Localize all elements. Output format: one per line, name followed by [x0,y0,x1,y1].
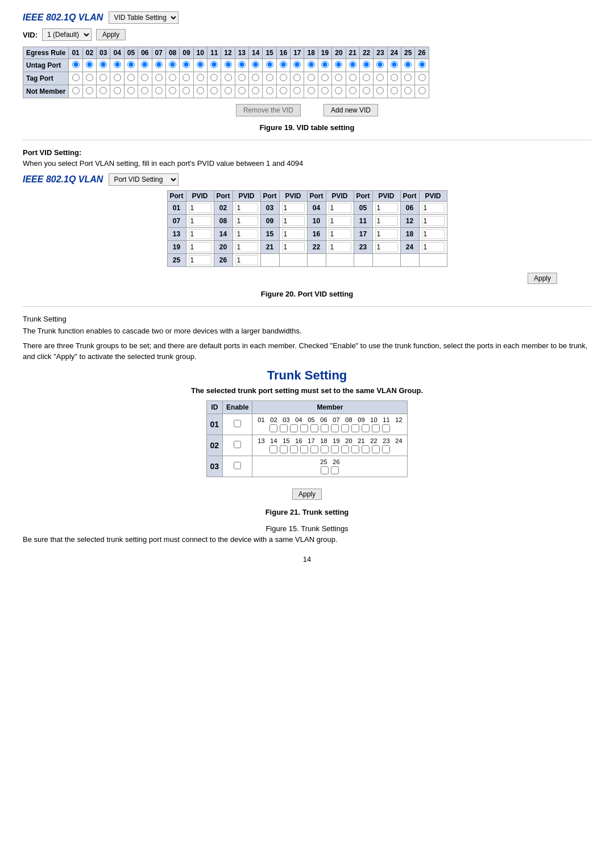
trunk-cb-02-23[interactable] [372,445,380,453]
untag-radio-12[interactable] [225,61,232,68]
tag-radio-19[interactable] [321,74,329,81]
notmember-radio-04[interactable] [114,87,121,94]
pvid-value-06[interactable] [419,202,447,215]
notmember-radio-14[interactable] [252,87,259,94]
tag-radio-09[interactable] [182,74,190,81]
notmember-radio-11[interactable] [210,87,218,94]
untag-radio-05[interactable] [127,61,135,68]
pvid-input-26[interactable] [235,255,258,265]
pvid-input-19[interactable] [189,242,211,252]
pvid-value-21[interactable] [279,241,307,254]
trunk-enable-02[interactable] [223,435,252,456]
untag-radio-18[interactable] [308,61,315,68]
notmember-radio-01[interactable] [72,87,80,94]
trunk-cb-01-09[interactable] [351,424,359,432]
untag-radio-17[interactable] [293,61,301,68]
tag-radio-22[interactable] [363,74,370,81]
untag-radio-24[interactable] [391,61,398,68]
trunk-cb-01-05[interactable] [310,424,318,432]
pvid-input-24[interactable] [422,242,445,252]
tag-radio-11[interactable] [210,74,218,81]
pvid-input-17[interactable] [375,229,398,239]
untag-radio-03[interactable] [99,61,107,68]
trunk-apply-button[interactable]: Apply [292,489,322,500]
pvid-input-23[interactable] [375,242,398,252]
untag-radio-13[interactable] [238,61,246,68]
pvid-input-08[interactable] [235,216,258,226]
tag-radio-03[interactable] [99,74,107,81]
notmember-radio-16[interactable] [280,87,287,94]
pvid-value-15[interactable] [279,228,307,241]
trunk-enable-03[interactable] [223,456,252,477]
pvid-value-10[interactable] [326,215,354,228]
pvid-value-23[interactable] [372,241,400,254]
untag-radio-01[interactable] [72,61,80,68]
trunk-cb-01-03[interactable] [290,424,298,432]
tag-radio-05[interactable] [127,74,135,81]
pvid-input-10[interactable] [329,216,351,226]
untag-radio-11[interactable] [210,61,218,68]
pvid-input-18[interactable] [422,229,445,239]
untag-radio-20[interactable] [335,61,342,68]
pvid-input-12[interactable] [422,216,445,226]
notmember-radio-15[interactable] [266,87,273,94]
pvid-input-09[interactable] [282,216,305,226]
pvid-input-20[interactable] [235,242,258,252]
vlan-mode-dropdown[interactable]: VID Table Setting Port VID Setting [109,11,179,24]
trunk-enable-checkbox-02[interactable] [234,441,241,448]
vid-apply-button[interactable]: Apply [96,29,126,40]
notmember-radio-21[interactable] [349,87,356,94]
notmember-radio-18[interactable] [308,87,315,94]
pvid-input-21[interactable] [282,242,305,252]
pvid-value-04[interactable] [326,202,354,215]
pvid-input-25[interactable] [189,255,211,265]
untag-radio-08[interactable] [169,61,176,68]
tag-radio-26[interactable] [418,74,426,81]
trunk-cb-01-11[interactable] [372,424,380,432]
trunk-cb-02-21[interactable] [351,445,359,453]
pvid-input-14[interactable] [235,229,258,239]
pvid-input-03[interactable] [282,203,305,213]
pvid-value-24[interactable] [419,241,447,254]
pvid-input-02[interactable] [235,203,258,213]
untag-radio-10[interactable] [197,61,204,68]
trunk-cb-02-16[interactable] [300,445,308,453]
tag-radio-20[interactable] [335,74,342,81]
pvid-value-01[interactable] [186,202,214,215]
untag-radio-19[interactable] [321,61,329,68]
pvid-value-16[interactable] [326,228,354,241]
untag-radio-07[interactable] [155,61,163,68]
untag-radio-04[interactable] [114,61,121,68]
pvid-value-25[interactable] [186,254,214,267]
notmember-radio-03[interactable] [99,87,107,94]
trunk-cb-03-25[interactable] [321,466,329,474]
untag-radio-14[interactable] [252,61,259,68]
tag-radio-18[interactable] [308,74,315,81]
trunk-cb-01-08[interactable] [341,424,349,432]
pvid-value-11[interactable] [372,215,400,228]
trunk-cb-02-15[interactable] [290,445,298,453]
tag-radio-12[interactable] [225,74,232,81]
trunk-cb-01-07[interactable] [331,424,339,432]
trunk-cb-02-18[interactable] [321,445,329,453]
pvid-input-04[interactable] [329,203,351,213]
pvid-input-07[interactable] [189,216,211,226]
untag-radio-16[interactable] [280,61,287,68]
pvid-input-15[interactable] [282,229,305,239]
notmember-radio-17[interactable] [293,87,301,94]
tag-radio-02[interactable] [86,74,93,81]
tag-radio-08[interactable] [169,74,176,81]
notmember-radio-05[interactable] [127,87,135,94]
pvid-input-05[interactable] [375,203,398,213]
add-vid-button[interactable]: Add new VID [323,104,378,116]
untag-radio-15[interactable] [266,61,273,68]
untag-radio-26[interactable] [418,61,426,68]
tag-radio-24[interactable] [391,74,398,81]
notmember-radio-24[interactable] [391,87,398,94]
trunk-cb-03-26[interactable] [331,466,339,474]
untag-radio-09[interactable] [182,61,190,68]
tag-radio-23[interactable] [376,74,384,81]
pvid-value-08[interactable] [233,215,260,228]
trunk-enable-checkbox-01[interactable] [234,420,241,427]
tag-radio-15[interactable] [266,74,273,81]
